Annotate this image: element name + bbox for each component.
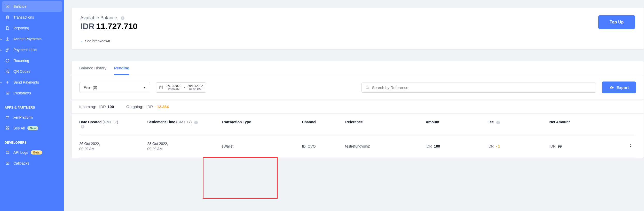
export-button[interactable]: Export <box>602 82 636 93</box>
sidebar-item-payment-links[interactable]: ▸ Payment Links <box>0 44 64 55</box>
th-fee-label: Fee <box>488 120 494 124</box>
cell-reference: testrefundysln2 <box>345 135 426 158</box>
sidebar-item-callbacks[interactable]: Callbacks <box>0 158 64 169</box>
incoming-ccy: IDR <box>99 104 106 109</box>
callbacks-icon <box>5 161 10 166</box>
sidebar-item-api-logs[interactable]: API Logs Beta <box>0 147 64 158</box>
sidebar-item-label: QR Codes <box>13 69 30 74</box>
date-from-time: 12:00 AM <box>168 88 179 91</box>
th-settlement-label: Settlement Time <box>147 120 175 124</box>
th-amount: Amount <box>426 114 488 135</box>
summary-bar: Incoming: IDR 100 Outgoing: IDR - 12.384 <box>72 100 644 114</box>
sidebar-item-accept-payments[interactable]: ▸ Accept Payments <box>0 34 64 44</box>
settle-time: 09:29 AM <box>147 147 218 151</box>
sidebar-item-transactions[interactable]: Transactions <box>0 12 64 23</box>
cloud-download-icon <box>609 85 614 90</box>
sidebar-item-label: See All <box>13 126 25 130</box>
sidebar-item-xenplatform[interactable]: xenPlatform <box>0 112 64 123</box>
svg-rect-17 <box>160 86 163 89</box>
date-separator: - <box>184 86 185 89</box>
info-icon[interactable]: i <box>194 121 198 124</box>
main-content: Available Balance i IDR11.727.710 ⌄ See … <box>64 0 644 211</box>
net-value: 99 <box>558 144 562 148</box>
th-actions <box>617 114 636 135</box>
balance-value: IDR11.727.710 <box>80 22 137 31</box>
fee-ccy: IDR <box>488 144 494 148</box>
available-balance-label: Available Balance i <box>80 15 137 21</box>
customers-icon <box>5 91 10 95</box>
sidebar-item-label: Transactions <box>13 15 34 19</box>
more-icon[interactable]: ⋮ <box>628 144 633 149</box>
svg-rect-4 <box>6 70 7 71</box>
chevron-right-icon: ▸ <box>1 38 2 40</box>
th-created-tz: (GMT +7) <box>103 120 118 124</box>
top-up-button[interactable]: Top Up <box>598 15 635 29</box>
transactions-card: Balance History Pending Filter (0) ▾ 26/… <box>71 61 644 158</box>
amount-value: 100 <box>434 144 440 148</box>
outgoing-value: - 12.384 <box>155 104 169 109</box>
see-breakdown-link[interactable]: ⌄ See breakdown <box>80 39 110 43</box>
sidebar: Balance Transactions Reporting ▸ Accept … <box>0 0 64 211</box>
svg-rect-11 <box>6 127 7 128</box>
settle-date: 28 Oct 2022, <box>147 142 168 146</box>
api-icon <box>5 150 10 155</box>
cell-net: IDR99 <box>549 135 618 158</box>
sidebar-item-recurring[interactable]: Recurring <box>0 55 64 66</box>
fee-value: - 1 <box>496 144 500 148</box>
svg-point-8 <box>7 93 7 94</box>
sidebar-item-customers[interactable]: Customers <box>0 88 64 99</box>
tab-pending[interactable]: Pending <box>114 66 129 75</box>
chevron-down-icon: ▾ <box>144 85 146 90</box>
reporting-icon <box>5 26 10 30</box>
sidebar-item-label: Recurring <box>13 59 29 63</box>
info-icon[interactable]: i <box>121 16 124 20</box>
date-to-time: 09:05 PM <box>189 88 201 91</box>
sidebar-item-label: Reporting <box>13 26 29 30</box>
date-range-picker[interactable]: 26/10/2022 12:00 AM - 26/10/2022 09:05 P… <box>156 82 206 93</box>
grid-icon <box>5 126 10 131</box>
tabs: Balance History Pending <box>72 61 644 75</box>
svg-point-21 <box>366 86 368 88</box>
svg-rect-13 <box>6 128 7 130</box>
incoming-label: Incoming: <box>79 104 96 109</box>
chevron-down-icon: ⌄ <box>80 39 83 43</box>
balance-currency: IDR <box>80 22 95 31</box>
table: Date Created (GMT +7) i Settlement Time … <box>72 114 644 158</box>
sidebar-item-send-payments[interactable]: ▸ Send Payments <box>0 77 64 88</box>
cell-channel: ID_OVO <box>302 135 345 158</box>
cell-fee: IDR- 1 <box>488 135 549 158</box>
transactions-icon <box>5 15 10 20</box>
info-icon[interactable]: i <box>81 125 84 128</box>
outgoing-ccy: IDR <box>146 104 153 109</box>
sidebar-item-label: Customers <box>13 91 31 95</box>
th-reference: Reference <box>345 114 426 135</box>
people-icon <box>5 115 10 120</box>
sidebar-item-qr-codes[interactable]: QR Codes <box>0 66 64 77</box>
filter-select[interactable]: Filter (0) ▾ <box>79 82 150 93</box>
toolbar: Filter (0) ▾ 26/10/2022 12:00 AM - 26/10… <box>72 75 644 100</box>
sidebar-item-label: Callbacks <box>13 161 29 165</box>
search-container <box>361 83 596 93</box>
beta-badge: Beta <box>31 150 42 155</box>
sidebar-section-developers: DEVELOPERS <box>0 134 64 147</box>
filter-label: Filter (0) <box>84 85 97 90</box>
sidebar-item-balance[interactable]: Balance <box>2 1 62 12</box>
svg-rect-6 <box>6 72 7 73</box>
sidebar-item-reporting[interactable]: Reporting <box>0 23 64 34</box>
svg-line-22 <box>368 88 369 89</box>
created-time: 09:29 AM <box>79 147 144 151</box>
sidebar-item-label: Payment Links <box>13 48 37 52</box>
sidebar-item-see-all[interactable]: See All New <box>0 123 64 134</box>
sidebar-item-label: Send Payments <box>13 80 39 84</box>
th-settlement-tz: (GMT +7) <box>176 120 192 124</box>
table-row[interactable]: 26 Oct 2022, 09:29 AM 28 Oct 2022, 09:29… <box>79 135 636 158</box>
link-icon <box>5 47 10 52</box>
outgoing-summary: Outgoing: IDR - 12.384 <box>126 104 169 109</box>
cell-amount: IDR100 <box>426 135 488 158</box>
search-input[interactable] <box>372 85 592 90</box>
info-icon[interactable]: i <box>496 121 500 124</box>
svg-rect-12 <box>8 127 9 128</box>
incoming-summary: Incoming: IDR 100 <box>79 104 114 109</box>
svg-point-10 <box>8 116 9 117</box>
tab-balance-history[interactable]: Balance History <box>79 66 106 75</box>
